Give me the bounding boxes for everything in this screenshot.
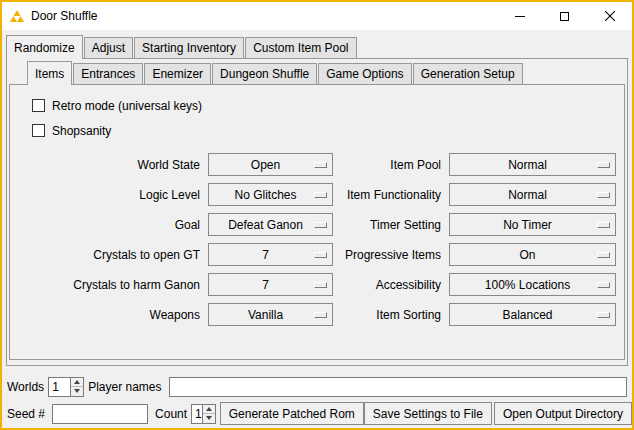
goal-value: Defeat Ganon (228, 218, 313, 232)
progressive-items-label: Progressive Items (337, 248, 445, 262)
open-output-directory-button[interactable]: Open Output Directory (494, 402, 632, 425)
player-names-label: Player names (88, 380, 161, 394)
retro-mode-row: Retro mode (universal keys) (32, 95, 618, 116)
player-names-input[interactable] (169, 377, 628, 397)
worlds-label: Worlds (7, 380, 44, 394)
shopsanity-checkbox[interactable] (32, 124, 45, 137)
weapons-value: Vanilla (248, 308, 293, 322)
tab-adjust[interactable]: Adjust (84, 37, 133, 58)
item-functionality-label: Item Functionality (337, 188, 445, 202)
tab-dungeon-shuffle[interactable]: Dungeon Shuffle (212, 63, 317, 84)
world-state-value: Open (251, 158, 290, 172)
tab-enemizer[interactable]: Enemizer (144, 63, 211, 84)
worlds-spinner-down-button[interactable] (71, 386, 83, 396)
titlebar[interactable]: Door Shuffle (2, 2, 632, 30)
main-tab-bar: Randomize Adjust Starting Inventory Cust… (2, 30, 632, 58)
items-tab-panel: Retro mode (universal keys) Shopsanity W… (9, 84, 625, 360)
option-menu-indicator-icon (597, 162, 610, 168)
multiworld-row: Worlds 1 Player names (2, 375, 632, 398)
retro-mode-label: Retro mode (universal keys) (52, 99, 202, 113)
window-title: Door Shuffle (31, 9, 98, 23)
minimize-icon (515, 16, 525, 17)
tab-custom-item-pool[interactable]: Custom Item Pool (245, 37, 356, 58)
count-spinner-up-button[interactable] (203, 405, 215, 414)
crystals-harm-ganon-value: 7 (262, 278, 279, 292)
worlds-value: 1 (49, 378, 70, 396)
tab-randomize[interactable]: Randomize (6, 35, 83, 59)
timer-setting-dropdown[interactable]: No Timer (449, 213, 616, 236)
worlds-spinner-buttons (70, 378, 83, 396)
worlds-spinner[interactable]: 1 (48, 377, 84, 397)
chevron-down-icon (74, 389, 80, 393)
shopsanity-row: Shopsanity (32, 120, 618, 141)
accessibility-dropdown[interactable]: 100% Locations (449, 273, 616, 296)
timer-setting-value: No Timer (503, 218, 562, 232)
randomize-sub-tab-bar: Items Entrances Enemizer Dungeon Shuffle… (9, 59, 625, 84)
logic-level-value: No Glitches (234, 188, 306, 202)
chevron-up-icon (206, 407, 212, 411)
item-functionality-value: Normal (508, 188, 557, 202)
world-state-dropdown[interactable]: Open (208, 153, 333, 176)
option-menu-indicator-icon (314, 192, 327, 198)
generate-patched-rom-button[interactable]: Generate Patched Rom (220, 402, 364, 425)
save-settings-button[interactable]: Save Settings to File (364, 402, 492, 425)
retro-mode-checkbox[interactable] (32, 99, 45, 112)
seed-input[interactable] (52, 404, 148, 424)
weapons-dropdown[interactable]: Vanilla (208, 303, 333, 326)
accessibility-label: Accessibility (337, 278, 445, 292)
close-icon (605, 11, 615, 21)
count-spinner-down-button[interactable] (203, 413, 215, 423)
count-spinner-buttons (202, 405, 215, 423)
crystals-harm-ganon-label: Crystals to harm Ganon (16, 278, 204, 292)
chevron-down-icon (206, 416, 212, 420)
crystals-open-gt-label: Crystals to open GT (16, 248, 204, 262)
item-pool-label: Item Pool (337, 158, 445, 172)
crystals-open-gt-value: 7 (262, 248, 279, 262)
count-label: Count (155, 407, 187, 421)
triforce-app-icon (9, 8, 25, 24)
option-menu-indicator-icon (314, 162, 327, 168)
option-menu-indicator-icon (597, 222, 610, 228)
seed-label: Seed # (7, 407, 45, 421)
tab-items[interactable]: Items (27, 61, 72, 85)
item-sorting-value: Balanced (502, 308, 562, 322)
option-menu-indicator-icon (314, 252, 327, 258)
progressive-items-dropdown[interactable]: On (449, 243, 616, 266)
tab-entrances[interactable]: Entrances (73, 63, 143, 84)
generation-row: Seed # Count 1 Generate Patched Rom Save… (2, 402, 632, 425)
item-sorting-label: Item Sorting (337, 308, 445, 322)
option-menu-indicator-icon (597, 252, 610, 258)
door-shuffle-window: Door Shuffle Randomize Adjust Starting I… (0, 0, 634, 430)
crystals-harm-ganon-dropdown[interactable]: 7 (208, 273, 333, 296)
maximize-button[interactable] (542, 2, 587, 30)
goal-dropdown[interactable]: Defeat Ganon (208, 213, 333, 236)
option-menu-indicator-icon (597, 192, 610, 198)
progressive-items-value: On (519, 248, 545, 262)
close-button[interactable] (587, 2, 632, 30)
timer-setting-label: Timer Setting (337, 218, 445, 232)
logic-level-dropdown[interactable]: No Glitches (208, 183, 333, 206)
item-pool-dropdown[interactable]: Normal (449, 153, 616, 176)
count-value: 1 (192, 405, 202, 423)
accessibility-value: 100% Locations (485, 278, 580, 292)
chevron-up-icon (74, 380, 80, 384)
option-menu-indicator-icon (597, 312, 610, 318)
maximize-icon (560, 12, 569, 21)
crystals-open-gt-dropdown[interactable]: 7 (208, 243, 333, 266)
options-grid: World State Open Item Pool Normal Logic … (16, 153, 618, 326)
item-sorting-dropdown[interactable]: Balanced (449, 303, 616, 326)
option-menu-indicator-icon (314, 222, 327, 228)
worlds-spinner-up-button[interactable] (71, 378, 83, 387)
randomize-tab-panel: Items Entrances Enemizer Dungeon Shuffle… (6, 58, 628, 366)
weapons-label: Weapons (16, 308, 204, 322)
tab-generation-setup[interactable]: Generation Setup (413, 63, 523, 84)
item-functionality-dropdown[interactable]: Normal (449, 183, 616, 206)
tab-game-options[interactable]: Game Options (318, 63, 411, 84)
shopsanity-label: Shopsanity (52, 124, 111, 138)
minimize-button[interactable] (497, 2, 542, 30)
count-spinner[interactable]: 1 (191, 404, 216, 424)
option-menu-indicator-icon (597, 282, 610, 288)
tab-starting-inventory[interactable]: Starting Inventory (134, 37, 244, 58)
world-state-label: World State (16, 158, 204, 172)
option-menu-indicator-icon (314, 282, 327, 288)
